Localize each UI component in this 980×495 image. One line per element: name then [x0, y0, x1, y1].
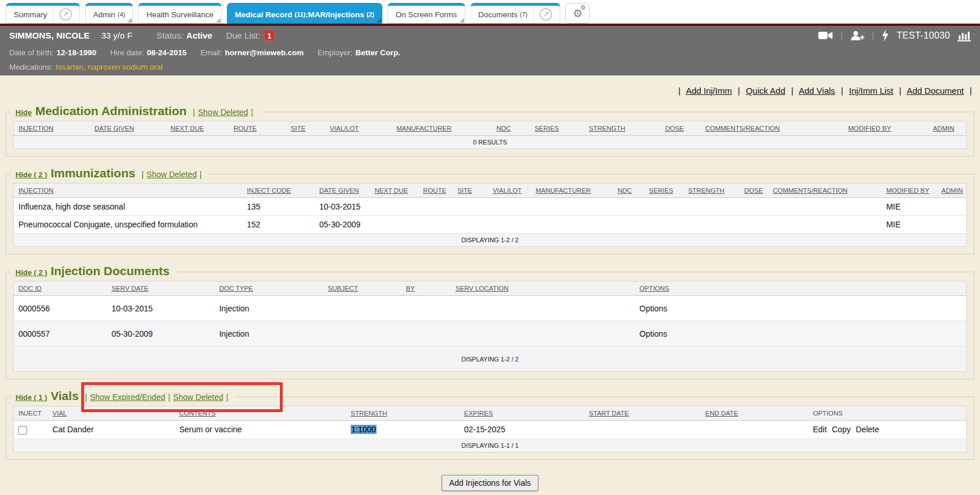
- patient-header: SIMMONS, NICOLE 33 y/o F Status: Active …: [0, 24, 980, 75]
- strength-value-selected: 1:1000: [351, 425, 377, 434]
- column-header[interactable]: SITE: [291, 125, 306, 132]
- column-header[interactable]: ADMIN: [933, 125, 954, 132]
- table-header-row: INJECTION INJECT CODE DATE GIVEN NEXT DU…: [14, 184, 967, 198]
- tab-on-screen-forms[interactable]: On Screen Forms: [388, 3, 465, 24]
- hide-link[interactable]: Hide ( 2 ): [16, 167, 47, 182]
- column-header[interactable]: VIAL/LOT: [330, 125, 359, 132]
- inj-imm-list-link[interactable]: Inj/Imm List: [849, 86, 894, 96]
- quick-add-link[interactable]: Quick Add: [746, 86, 785, 96]
- column-header[interactable]: SERV LOCATION: [455, 285, 508, 292]
- column-header[interactable]: STRENGTH: [688, 187, 724, 194]
- column-header[interactable]: DOSE: [665, 125, 684, 132]
- show-deleted-link[interactable]: Show Deleted: [147, 167, 197, 182]
- column-header[interactable]: MODIFIED BY: [886, 187, 929, 194]
- add-document-link[interactable]: Add Document: [907, 86, 964, 96]
- table-row[interactable]: 0000556 10-03-2015 Injection Options: [14, 296, 967, 321]
- column-header[interactable]: INJECT CODE: [247, 187, 291, 194]
- external-link-icon[interactable]: ↗: [540, 8, 552, 21]
- column-header[interactable]: DOSE: [745, 187, 764, 194]
- bar-chart-icon[interactable]: [958, 30, 971, 41]
- doc-id-cell: 0000556: [14, 296, 107, 321]
- tab-health-surveillance[interactable]: Health Surveillance: [138, 3, 221, 24]
- column-header[interactable]: NDC: [496, 125, 511, 132]
- vial-select-checkbox[interactable]: [18, 426, 27, 435]
- column-header[interactable]: ADMIN: [941, 187, 963, 194]
- show-deleted-link[interactable]: Show Deleted: [173, 390, 223, 405]
- separator: |: [899, 86, 901, 96]
- column-header[interactable]: SITE: [457, 187, 472, 194]
- options-link[interactable]: Options: [640, 304, 667, 313]
- show-expired-ended-link[interactable]: Show Expired/Ended: [90, 390, 165, 405]
- column-header[interactable]: INJECTION: [18, 187, 54, 194]
- tab-admin-label: Admin: [93, 10, 115, 19]
- column-header[interactable]: VIAL: [52, 410, 67, 417]
- column-header[interactable]: END DATE: [705, 410, 738, 417]
- hide-link[interactable]: Hide ( 2 ): [16, 265, 47, 280]
- tab-summary[interactable]: Summary ↗: [6, 3, 80, 24]
- tab-bar: Summary ↗ Admin (4) Health Surveillance …: [0, 0, 980, 24]
- table-row[interactable]: 0000557 05-30-2009 Injection Options: [14, 321, 967, 346]
- show-deleted-link[interactable]: Show Deleted: [198, 105, 248, 120]
- patient-name: SIMMONS, NICOLE: [9, 31, 90, 40]
- column-header[interactable]: NDC: [617, 187, 632, 194]
- column-header[interactable]: DATE GIVEN: [319, 187, 359, 194]
- column-header[interactable]: ROUTE: [423, 187, 446, 194]
- column-header[interactable]: OPTIONS: [640, 285, 670, 292]
- column-header[interactable]: INJECTION: [18, 125, 54, 132]
- table-row[interactable]: Pneumococcal Conjugate, unspecified form…: [14, 216, 967, 234]
- column-header[interactable]: ROUTE: [234, 125, 257, 132]
- column-header[interactable]: SERV DATE: [112, 285, 149, 292]
- column-header[interactable]: MANUFACTURER: [396, 125, 451, 132]
- due-list-badge[interactable]: 1: [264, 30, 275, 41]
- column-header[interactable]: DATE GIVEN: [94, 125, 134, 132]
- medication-administration-table: INJECTION DATE GIVEN NEXT DUE ROUTE SITE…: [13, 121, 967, 149]
- edit-link[interactable]: Edit: [813, 425, 827, 434]
- lightning-icon[interactable]: [882, 29, 889, 41]
- column-header[interactable]: CONTENTS: [179, 410, 215, 417]
- column-header[interactable]: VIAL/LOT: [493, 187, 522, 194]
- column-header[interactable]: COMMENTS/REACTION: [773, 187, 848, 194]
- doc-type-cell: Injection: [215, 296, 324, 321]
- table-header-row: INJECTION DATE GIVEN NEXT DUE ROUTE SITE…: [14, 121, 967, 136]
- delete-link[interactable]: Delete: [856, 425, 879, 434]
- column-header[interactable]: DOC TYPE: [219, 285, 253, 292]
- tab-admin[interactable]: Admin (4): [85, 3, 134, 24]
- tab-summary-label: Summary: [14, 10, 47, 19]
- column-header[interactable]: DOC ID: [18, 285, 41, 292]
- add-vials-link[interactable]: Add Vials: [799, 86, 835, 96]
- column-header[interactable]: COMMENTS/REACTION: [705, 125, 780, 132]
- column-header[interactable]: SERIES: [534, 125, 559, 132]
- column-header[interactable]: MODIFIED BY: [848, 125, 891, 132]
- tab-documents[interactable]: Documents (7) ↗: [470, 3, 561, 24]
- table-row[interactable]: Cat Dander Serum or vaccine 1:1000 02-15…: [14, 421, 967, 439]
- hide-link[interactable]: Hide ( 1 ): [16, 390, 47, 405]
- paging-text: DISPLAYING 1-1 / 1: [14, 439, 967, 452]
- paging-row: DISPLAYING 1-2 / 2: [14, 346, 967, 372]
- video-camera-icon[interactable]: [818, 31, 833, 40]
- column-header[interactable]: BY: [406, 285, 415, 292]
- column-header[interactable]: SUBJECT: [328, 285, 358, 292]
- column-header[interactable]: SERIES: [649, 187, 673, 194]
- separator: |: [85, 390, 88, 405]
- add-inj-imm-link[interactable]: Add Inj/Imm: [686, 86, 732, 96]
- empty-results-text: 0 RESULTS: [14, 136, 967, 149]
- column-header[interactable]: STRENGTH: [351, 410, 387, 417]
- medications-label: Medications:: [9, 63, 53, 71]
- tab-medical-record[interactable]: Medical Record (11) :MAR/Injections (2): [227, 3, 382, 24]
- separator: |: [200, 167, 202, 182]
- column-header[interactable]: START DATE: [589, 410, 629, 417]
- external-link-icon[interactable]: ↗: [59, 8, 72, 21]
- hide-link[interactable]: Hide: [16, 105, 32, 120]
- table-row[interactable]: Influenza, high dose seasonal 135 10-03-…: [14, 198, 967, 216]
- options-link[interactable]: Options: [640, 329, 667, 338]
- column-header[interactable]: STRENGTH: [589, 125, 625, 132]
- column-header[interactable]: MANUFACTURER: [535, 187, 591, 194]
- column-header[interactable]: NEXT DUE: [374, 187, 408, 194]
- settings-button[interactable]: ⚙ ⚙: [565, 3, 590, 24]
- add-person-icon[interactable]: [850, 31, 864, 41]
- copy-link[interactable]: Copy: [832, 425, 851, 434]
- column-header[interactable]: EXPIRES: [464, 410, 493, 417]
- add-injections-for-vials-button[interactable]: Add Injections for Vials: [442, 475, 538, 491]
- medications-links[interactable]: losartan, naproxen sodium oral: [56, 63, 162, 71]
- column-header[interactable]: NEXT DUE: [170, 125, 204, 132]
